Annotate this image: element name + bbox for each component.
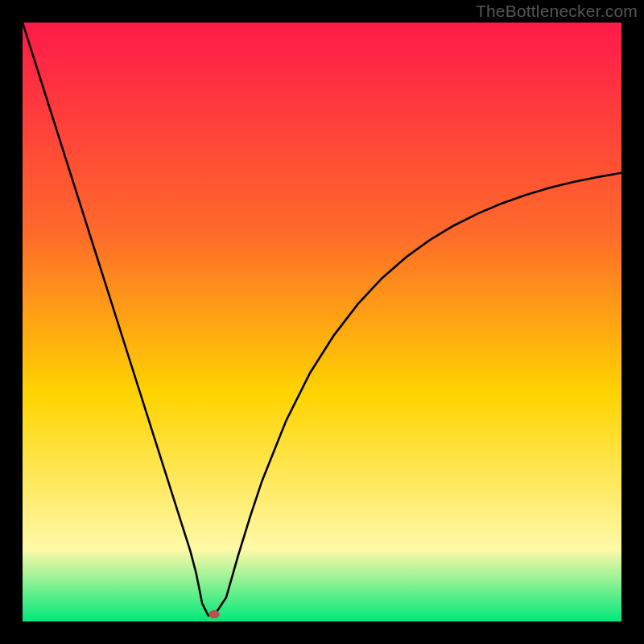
watermark-text: TheBottlenecker.com [476, 2, 638, 21]
chart-frame: TheBottlenecker.com [0, 0, 644, 644]
bottleneck-plot [23, 23, 621, 621]
optimal-point-marker [208, 610, 219, 618]
gradient-background [23, 23, 621, 621]
